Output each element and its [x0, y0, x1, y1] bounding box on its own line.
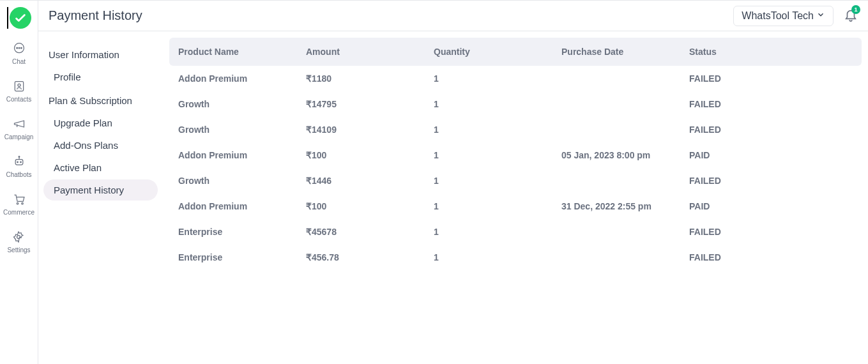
- sidebar: User Information Profile Plan & Subscrip…: [38, 31, 163, 364]
- table-row: Growth₹141091FAILED: [169, 117, 862, 142]
- topbar: Payment History WhatsTool Tech 1: [38, 1, 868, 31]
- cell-amount: ₹14109: [306, 125, 434, 135]
- cell-product: Addon Premium: [178, 73, 306, 84]
- notification-badge: 1: [851, 5, 860, 14]
- cell-date: 31 Dec, 2022 2:55 pm: [561, 201, 689, 211]
- cell-product: Growth: [178, 176, 306, 186]
- rail-label: Commerce: [3, 209, 34, 216]
- table-row: Addon Premium₹100105 Jan, 2023 8:00 pmPA…: [169, 142, 862, 168]
- svg-point-11: [21, 202, 23, 204]
- cell-product: Growth: [178, 99, 306, 109]
- svg-point-7: [17, 162, 18, 163]
- cell-quantity: 1: [434, 99, 561, 109]
- col-header-date: Purchase Date: [561, 47, 689, 57]
- cell-amount: ₹1446: [306, 176, 434, 186]
- col-header-amount: Amount: [306, 47, 434, 57]
- cell-quantity: 1: [434, 201, 561, 211]
- cell-status: PAID: [689, 150, 853, 160]
- rail-item-chatbots[interactable]: Chatbots: [6, 155, 31, 178]
- rail-label: Campaign: [4, 133, 34, 140]
- sidebar-item-profile[interactable]: Profile: [43, 66, 158, 87]
- svg-point-1: [16, 47, 17, 49]
- workspace-label: WhatsTool Tech: [742, 10, 814, 22]
- payment-history-table: Product Name Amount Quantity Purchase Da…: [163, 31, 868, 364]
- cell-product: Enterprise: [178, 252, 306, 262]
- svg-point-3: [20, 47, 22, 49]
- campaign-icon: [12, 117, 26, 131]
- rail-label: Settings: [7, 246, 30, 254]
- cell-amount: ₹100: [306, 150, 434, 160]
- table-row: Growth₹14461FAILED: [169, 168, 862, 193]
- rail-item-contacts[interactable]: Contacts: [6, 79, 31, 103]
- cell-status: FAILED: [689, 125, 853, 135]
- sidebar-item-add-ons-plans[interactable]: Add-Ons Plans: [43, 135, 158, 156]
- cell-date: [561, 73, 689, 84]
- rail-item-campaign[interactable]: Campaign: [4, 117, 34, 140]
- svg-point-8: [20, 162, 21, 163]
- col-header-product: Product Name: [178, 47, 306, 57]
- contacts-icon: [12, 79, 26, 93]
- table-row: Addon Premium₹11801FAILED: [169, 66, 862, 91]
- commerce-icon: [12, 192, 26, 206]
- cell-quantity: 1: [434, 227, 561, 237]
- svg-point-9: [19, 156, 20, 158]
- rail-item-chat[interactable]: Chat: [12, 42, 26, 65]
- settings-icon: [11, 230, 26, 244]
- cell-quantity: 1: [434, 150, 561, 160]
- table-row: Enterprise₹456.781FAILED: [169, 245, 862, 270]
- cell-amount: ₹14795: [306, 99, 434, 109]
- cell-product: Growth: [178, 125, 306, 135]
- rail-label: Chatbots: [6, 171, 31, 178]
- rail-item-settings[interactable]: Settings: [7, 230, 30, 254]
- cell-date: [561, 227, 689, 237]
- sidebar-item-payment-history[interactable]: Payment History: [43, 179, 158, 201]
- cell-date: [561, 176, 689, 186]
- svg-point-2: [19, 47, 20, 49]
- cell-status: PAID: [689, 201, 853, 211]
- chevron-down-icon: [816, 10, 825, 22]
- cell-product: Enterprise: [178, 227, 306, 237]
- chat-icon: [12, 42, 26, 56]
- app-logo[interactable]: [10, 7, 31, 29]
- col-header-status: Status: [689, 47, 853, 57]
- cell-product: Addon Premium: [178, 201, 306, 211]
- svg-point-12: [17, 236, 20, 239]
- sidebar-heading-plan: Plan & Subscription: [43, 90, 158, 111]
- rail-item-commerce[interactable]: Commerce: [3, 192, 34, 216]
- cell-quantity: 1: [434, 252, 561, 262]
- cell-quantity: 1: [434, 125, 561, 135]
- cell-date: [561, 252, 689, 262]
- cell-amount: ₹1180: [306, 73, 434, 84]
- rail-label: Chat: [12, 58, 26, 65]
- svg-rect-6: [15, 160, 23, 165]
- sidebar-item-upgrade-plan[interactable]: Upgrade Plan: [43, 112, 158, 133]
- sidebar-item-active-plan[interactable]: Active Plan: [43, 157, 158, 178]
- cell-status: FAILED: [689, 176, 853, 186]
- cell-amount: ₹100: [306, 201, 434, 211]
- cell-product: Addon Premium: [178, 150, 306, 160]
- workspace-selector[interactable]: WhatsTool Tech: [733, 6, 834, 26]
- cell-status: FAILED: [689, 73, 853, 84]
- cell-quantity: 1: [434, 176, 561, 186]
- navigation-rail: Chat Contacts Campaign: [0, 1, 38, 364]
- cell-date: 05 Jan, 2023 8:00 pm: [561, 150, 689, 160]
- logo-container: [7, 7, 31, 29]
- cell-amount: ₹456.78: [306, 252, 434, 262]
- chatbots-icon: [12, 155, 26, 169]
- table-row: Enterprise₹456781FAILED: [169, 219, 862, 245]
- cell-status: FAILED: [689, 252, 853, 262]
- svg-point-5: [17, 84, 20, 86]
- cell-date: [561, 99, 689, 109]
- svg-point-10: [17, 202, 19, 204]
- sidebar-heading-user-info: User Information: [43, 44, 158, 65]
- table-row: Addon Premium₹100131 Dec, 2022 2:55 pmPA…: [169, 193, 862, 219]
- rail-label: Contacts: [6, 96, 31, 103]
- cell-amount: ₹45678: [306, 227, 434, 237]
- cell-date: [561, 125, 689, 135]
- cell-quantity: 1: [434, 73, 561, 84]
- table-header: Product Name Amount Quantity Purchase Da…: [169, 38, 862, 66]
- notification-button[interactable]: 1: [844, 8, 858, 24]
- col-header-quantity: Quantity: [434, 47, 561, 57]
- cell-status: FAILED: [689, 99, 853, 109]
- page-title: Payment History: [49, 8, 142, 23]
